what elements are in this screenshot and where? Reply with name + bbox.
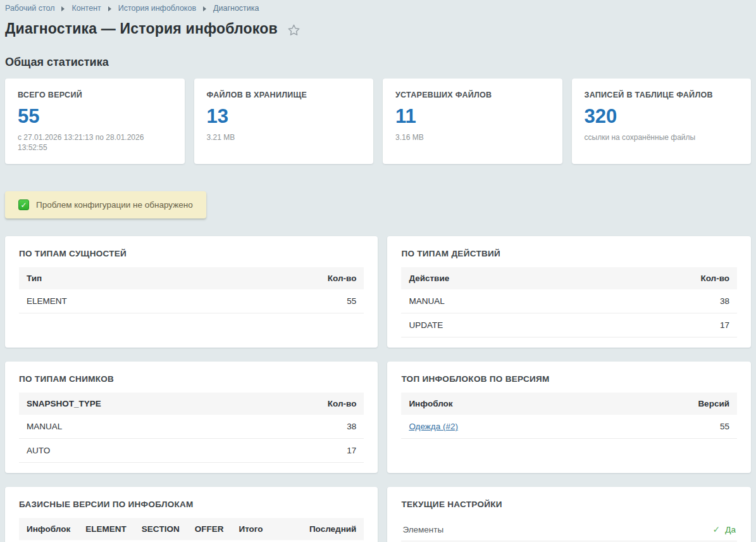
table-row: Одежда (#2) 55 [401, 415, 737, 439]
stat-card-label: ФАЙЛОВ В ХРАНИЛИЩЕ [207, 91, 361, 99]
panel-title: ПО ТИПАМ СУЩНОСТЕЙ [19, 249, 364, 258]
breadcrumb: Рабочий стол Контент История инфоблоков … [5, 4, 751, 13]
stat-card-value: 13 [207, 106, 361, 126]
stats-cards: ВСЕГО ВЕРСИЙ 55 с 27.01.2026 13:21:13 по… [5, 79, 751, 164]
panel-current-settings: ТЕКУЩИЕ НАСТРОЙКИ Элементы ✓ Да Разделы … [387, 487, 751, 542]
stat-card-value: 320 [585, 106, 739, 126]
snapshot-type-cell: AUTO [19, 439, 251, 463]
panel-top-iblocks: ТОП ИНФОБЛОКОВ ПО ВЕРСИЯМ Инфоблок Верси… [387, 362, 751, 473]
panel-entity-types: ПО ТИПАМ СУЩНОСТЕЙ Тип Кол-во ELEMENT 55 [5, 236, 378, 348]
action-type-cell: MANUAL [401, 289, 588, 313]
action-count-cell: 17 [588, 313, 737, 337]
config-ok-alert-text: Проблем конфигурации не обнаружено [36, 200, 193, 210]
snapshot-type-cell: MANUAL [19, 415, 251, 439]
panels-grid: ПО ТИПАМ СУЩНОСТЕЙ Тип Кол-во ELEMENT 55 [5, 236, 751, 542]
stat-card-files-in-storage: ФАЙЛОВ В ХРАНИЛИЩЕ 13 3.21 MB [194, 79, 374, 164]
stat-card-outdated-files: УСТАРЕВШИХ ФАЙЛОВ 11 3.16 MB [383, 79, 562, 164]
success-checkbox-icon: ✓ [18, 199, 29, 210]
column-header-count: Кол-во [251, 393, 364, 415]
snapshot-types-table: SNAPSHOT_TYPE Кол-во MANUAL 38 AUTO 17 [19, 393, 364, 463]
base-versions-table: Инфоблок ELEMENT SECTION OFFER Итого Пос… [19, 518, 364, 542]
column-header-total: Итого [231, 518, 270, 540]
table-row: MANUAL 38 [19, 415, 364, 439]
stat-card-note: 3.16 MB [395, 132, 548, 142]
title-row: Диагностика — История инфоблоков [5, 20, 751, 37]
breadcrumb-separator-icon [203, 6, 206, 11]
top-iblocks-table: Инфоблок Версий Одежда (#2) 55 [401, 393, 737, 439]
breadcrumb-item-content[interactable]: Контент [71, 4, 101, 13]
section-title: Общая статистика [5, 56, 751, 69]
column-header-type: Тип [19, 267, 211, 289]
setting-value: ✓ Да [713, 524, 736, 534]
column-header-element: ELEMENT [78, 518, 134, 540]
panel-base-versions: БАЗИСНЫЕ ВЕРСИИ ПО ИНФОБЛОКАМ Инфоблок E… [5, 487, 378, 542]
table-row: UPDATE 17 [401, 313, 737, 337]
entity-type-cell: ELEMENT [19, 289, 211, 313]
panel-title: ТЕКУЩИЕ НАСТРОЙКИ [401, 500, 737, 509]
stat-card-label: УСТАРЕВШИХ ФАЙЛОВ [395, 91, 550, 99]
panel-title: ТОП ИНФОБЛОКОВ ПО ВЕРСИЯМ [401, 374, 737, 384]
table-row: AUTO 17 [19, 439, 364, 463]
breadcrumb-separator-icon [108, 6, 111, 11]
page-title: Диагностика — История инфоблоков [5, 20, 278, 37]
favorite-star-icon[interactable] [287, 23, 301, 37]
action-types-table: Действие Кол-во MANUAL 38 UPDATE 17 [401, 267, 737, 337]
action-count-cell: 38 [588, 289, 737, 313]
setting-label: Элементы [402, 525, 443, 534]
column-header-section: SECTION [134, 518, 187, 540]
column-header-last: Последний [271, 518, 364, 540]
column-header-versions: Версий [596, 393, 737, 415]
stat-card-note: ссылки на сохранённые файлы [585, 132, 738, 142]
stat-card-label: ВСЕГО ВЕРСИЙ [18, 91, 172, 99]
iblock-link[interactable]: Одежда (#2) [409, 422, 458, 431]
entity-count-cell: 55 [211, 289, 364, 313]
breadcrumb-item-iblock-history[interactable]: История инфоблоков [118, 4, 196, 13]
stat-card-label: ЗАПИСЕЙ В ТАБЛИЦЕ ФАЙЛОВ [585, 91, 739, 99]
setting-row-elements: Элементы ✓ Да [401, 518, 737, 541]
action-type-cell: UPDATE [401, 313, 588, 337]
panel-title: ПО ТИПАМ ДЕЙСТВИЙ [401, 249, 737, 258]
setting-yes-text: Да [725, 525, 736, 534]
column-header-count: Кол-во [588, 267, 737, 289]
column-header-action: Действие [401, 267, 588, 289]
column-header-offer: OFFER [187, 518, 232, 540]
stat-card-note: 3.21 MB [207, 132, 360, 142]
column-header-snapshot-type: SNAPSHOT_TYPE [19, 393, 251, 415]
page: Рабочий стол Контент История инфоблоков … [0, 0, 756, 542]
breadcrumb-item-diagnostics: Диагностика [213, 4, 259, 13]
stat-card-value: 11 [395, 106, 550, 126]
snapshot-count-cell: 38 [251, 415, 364, 439]
stat-card-note: с 27.01.2026 13:21:13 по 28.01.2026 13:5… [18, 132, 171, 153]
column-header-iblock: Инфоблок [19, 518, 78, 540]
stat-card-value: 55 [18, 106, 172, 126]
entity-types-table: Тип Кол-во ELEMENT 55 [19, 267, 364, 313]
config-ok-alert: ✓ Проблем конфигурации не обнаружено [5, 191, 206, 218]
snapshot-count-cell: 17 [251, 439, 364, 463]
panel-snapshot-types: ПО ТИПАМ СНИМКОВ SNAPSHOT_TYPE Кол-во MA… [5, 362, 378, 473]
column-header-iblock: Инфоблок [401, 393, 596, 415]
panel-title: ПО ТИПАМ СНИМКОВ [19, 374, 364, 384]
column-header-count: Кол-во [211, 267, 364, 289]
breadcrumb-separator-icon [61, 6, 65, 11]
table-row: MANUAL 38 [401, 289, 737, 313]
panel-title: БАЗИСНЫЕ ВЕРСИИ ПО ИНФОБЛОКАМ [19, 500, 364, 509]
versions-count-cell: 55 [596, 415, 737, 439]
check-icon: ✓ [713, 524, 721, 534]
stat-card-file-table-records: ЗАПИСЕЙ В ТАБЛИЦЕ ФАЙЛОВ 320 ссылки на с… [572, 79, 752, 164]
breadcrumb-item-desktop[interactable]: Рабочий стол [5, 4, 54, 13]
stat-card-total-versions: ВСЕГО ВЕРСИЙ 55 с 27.01.2026 13:21:13 по… [5, 79, 185, 164]
table-row: ELEMENT 55 [19, 289, 364, 313]
panel-action-types: ПО ТИПАМ ДЕЙСТВИЙ Действие Кол-во MANUAL… [387, 236, 751, 348]
